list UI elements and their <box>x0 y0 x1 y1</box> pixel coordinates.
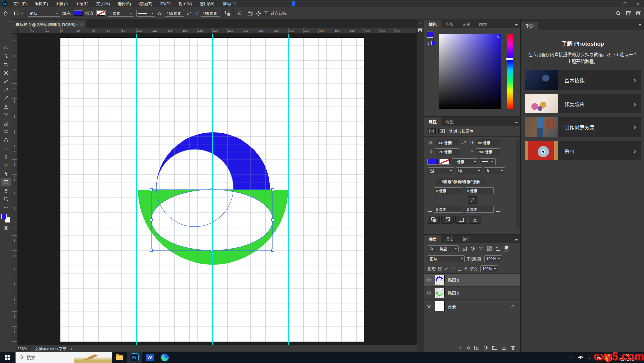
tab-channels[interactable]: 通道 <box>441 235 458 243</box>
menu-window[interactable]: 窗口(W) <box>197 2 218 6</box>
layer-name[interactable]: 背景 <box>448 304 456 309</box>
layer-thumbnail[interactable] <box>435 275 445 285</box>
path-alignment-icon[interactable] <box>236 10 242 16</box>
tab-gradients[interactable]: 渐变 <box>458 20 475 28</box>
hue-slider-marker[interactable] <box>506 58 513 60</box>
tab-color[interactable]: 颜色 <box>424 20 441 28</box>
hand-tool[interactable] <box>1 186 11 195</box>
panel-options-icon[interactable] <box>636 11 641 16</box>
delete-layer-icon[interactable] <box>510 345 516 350</box>
add-layer-mask-icon[interactable] <box>474 345 479 350</box>
screen-mode-icon[interactable] <box>1 232 11 240</box>
panel-menu-icon[interactable]: ≡ <box>515 237 518 242</box>
tab-layers[interactable]: 图层 <box>424 235 441 243</box>
stroke-style-select[interactable] <box>136 10 155 17</box>
visibility-eye-icon[interactable] <box>426 304 432 309</box>
new-group-icon[interactable] <box>492 345 498 350</box>
collapsed-panel-icon[interactable] <box>418 28 423 33</box>
properties-scrollbar[interactable]: ˄ ˅ <box>516 137 520 232</box>
zoom-tool[interactable] <box>1 195 11 203</box>
close-button[interactable]: ✕ <box>631 0 644 7</box>
rectangular-marquee-tool[interactable] <box>1 35 11 43</box>
new-adjustment-layer-icon[interactable] <box>483 345 488 350</box>
color-picker-marker[interactable] <box>497 35 500 38</box>
guide-vertical[interactable] <box>212 34 213 345</box>
ruler-origin-corner[interactable] <box>12 28 18 34</box>
scroll-up-icon[interactable]: ˄ <box>517 138 519 141</box>
corner-br-input[interactable]: 0 像素 <box>465 206 494 213</box>
toolbar-grip[interactable] <box>3 24 9 26</box>
link-corners-button[interactable] <box>468 196 477 204</box>
frame-tool[interactable] <box>1 69 11 77</box>
filter-type-layers-icon[interactable] <box>478 246 484 251</box>
pathfinder-intersect-button[interactable] <box>455 216 467 224</box>
tab-adjustments[interactable]: 调整 <box>441 117 458 126</box>
zoom-level-field[interactable]: 226% <box>16 346 30 351</box>
clone-stamp-tool[interactable] <box>1 102 11 111</box>
brush-tool[interactable] <box>1 94 11 102</box>
tab-properties[interactable]: 属性 <box>424 117 441 126</box>
shape-width-input[interactable]: 160 像素 <box>165 10 184 17</box>
link-wh-icon[interactable] <box>461 140 467 145</box>
stroke-corner-select[interactable] <box>484 167 505 174</box>
pathfinder-exclude-button[interactable] <box>469 216 481 224</box>
shape-stroke-swatch[interactable] <box>440 159 450 164</box>
menu-view[interactable]: 视图(V) <box>175 2 195 6</box>
gradient-tool[interactable] <box>1 127 11 136</box>
close-tab-icon[interactable]: × <box>80 22 83 27</box>
volume-icon[interactable] <box>578 355 583 360</box>
menu-image[interactable]: 图像(I) <box>52 2 71 6</box>
network-icon[interactable] <box>587 355 593 360</box>
lock-all-icon[interactable] <box>464 267 468 271</box>
layer-thumbnail[interactable] <box>435 288 445 298</box>
hue-slider[interactable] <box>507 34 513 109</box>
search-input[interactable] <box>27 355 67 360</box>
shape-h-input[interactable]: 80 像素 <box>476 139 500 146</box>
start-button[interactable] <box>0 352 15 363</box>
guide-vertical[interactable] <box>136 34 137 345</box>
geometry-options-gear-icon[interactable] <box>256 10 262 16</box>
tray-expand-icon[interactable] <box>568 355 574 360</box>
taskbar-explorer-button[interactable] <box>112 352 127 363</box>
tab-learn[interactable]: 学习 <box>521 22 538 30</box>
home-icon[interactable] <box>3 10 9 16</box>
menu-edit[interactable]: 编辑(E) <box>31 2 51 6</box>
layer-thumbnail[interactable] <box>435 301 445 311</box>
tool-preset-picker[interactable] <box>14 11 23 16</box>
minimize-button[interactable]: ─ <box>606 0 618 7</box>
layer-name[interactable]: 椭圆 3 <box>448 277 459 283</box>
align-edges-checkbox[interactable]: ✓ <box>264 11 268 15</box>
foreground-color-swatch[interactable] <box>427 32 433 38</box>
tab-patterns[interactable]: 图案 <box>475 20 491 28</box>
menu-3d[interactable]: 3D(D) <box>157 2 174 6</box>
gamut-color-swatch[interactable] <box>431 41 435 45</box>
pen-tool[interactable] <box>1 153 11 161</box>
path-operations-icon[interactable] <box>225 10 231 16</box>
tutorial-card-retouch[interactable]: 修复照片 › <box>525 94 641 113</box>
search-icon[interactable] <box>616 11 621 16</box>
corner-tr-input[interactable]: 0 像素 <box>465 187 494 194</box>
path-selection-tool[interactable] <box>1 169 11 178</box>
menu-select[interactable]: 选择(S) <box>114 2 134 6</box>
layer-row-background[interactable]: 背景 <box>424 300 520 313</box>
foreground-color-swatch[interactable] <box>1 214 7 219</box>
taskbar-edge-button[interactable] <box>157 352 172 363</box>
dodge-tool[interactable] <box>1 144 11 153</box>
stroke-width-select[interactable]: 1 像素 <box>452 158 478 165</box>
blend-mode-select[interactable]: 正常 <box>428 255 465 262</box>
panel-menu-icon[interactable]: ≡ <box>639 22 641 27</box>
document-tab[interactable]: 未标题-2 @ 226% (椭圆 3, RGB/8) * × <box>12 20 86 28</box>
stroke-color-swatch[interactable] <box>97 11 105 16</box>
lasso-tool[interactable] <box>1 43 11 52</box>
taskbar-search-box[interactable] <box>15 352 112 363</box>
blue-crescent-shape[interactable] <box>156 132 270 190</box>
vertical-ruler[interactable]: 0204060801001201401601802002202402602803… <box>12 28 18 345</box>
lock-transparency-icon[interactable] <box>438 267 442 271</box>
taskbar-word-button[interactable]: W <box>142 352 157 363</box>
corner-tl-input[interactable]: 0 像素 <box>434 187 463 194</box>
visibility-eye-icon[interactable] <box>426 290 432 296</box>
layer-row-ellipse3[interactable]: 椭圆 3 <box>424 274 520 287</box>
menu-help[interactable]: 帮助(H) <box>219 2 239 6</box>
layer-name[interactable]: 椭圆 2 <box>448 290 459 296</box>
history-brush-tool[interactable] <box>1 111 11 119</box>
